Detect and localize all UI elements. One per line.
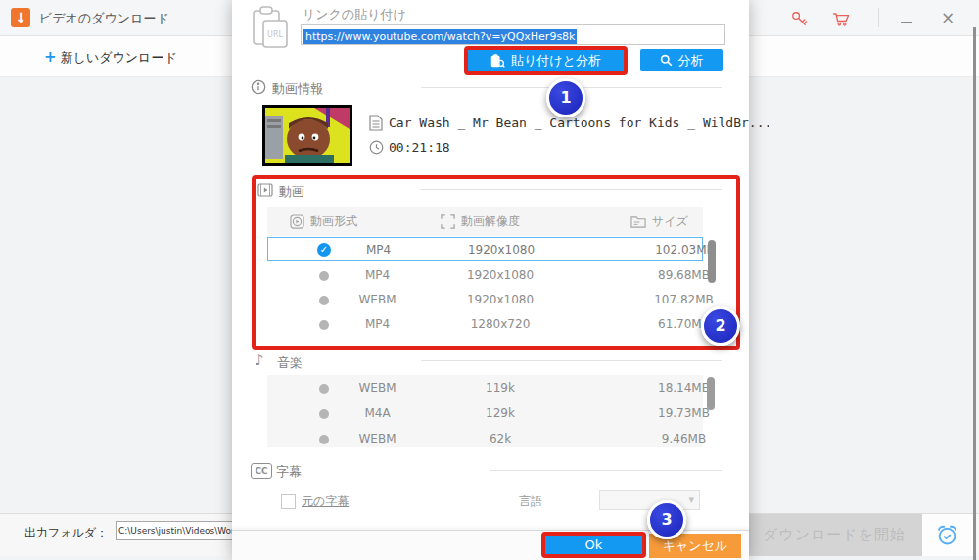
annotation-box-3: Ok <box>541 532 646 558</box>
clipboard-url-icon: URL <box>251 5 292 50</box>
plus-icon: + <box>44 48 57 66</box>
svg-text:URL: URL <box>267 30 283 39</box>
original-subtitle-checkbox[interactable] <box>281 494 296 509</box>
window-right-edge <box>973 27 976 560</box>
new-download-button[interactable]: +新しいダウンロード <box>44 48 177 67</box>
search-icon <box>660 54 673 67</box>
url-selected-text: https://www.youtube.com/watch?v=yQQxHer9… <box>303 29 577 44</box>
music-note-icon: ♪ <box>255 351 264 369</box>
radio-icon <box>319 384 329 394</box>
audio-row[interactable]: WEBM 119k 18.14MB <box>267 376 703 400</box>
original-subtitle-label: 元の字幕 <box>302 493 349 510</box>
minimize-button[interactable] <box>896 10 917 27</box>
app-title: ビデオのダウンロード <box>39 10 169 27</box>
info-icon <box>251 79 266 95</box>
paste-analyze-button[interactable]: 貼り付けと分析 <box>468 50 624 71</box>
document-icon <box>369 115 383 131</box>
chevron-down-icon: ▾ <box>688 493 694 506</box>
analyze-button[interactable]: 分析 <box>640 49 723 71</box>
audio-section-label: 音楽 <box>277 354 303 372</box>
cart-icon[interactable] <box>831 9 851 28</box>
app-window: ↓ ビデオのダウンロード × +新しいダウンロード 出力フォルダ： C:\Use… <box>0 0 979 560</box>
cc-icon: CC <box>251 463 272 479</box>
radio-icon <box>319 435 329 444</box>
duration-clock-icon <box>369 140 384 155</box>
alarm-clock-icon[interactable] <box>934 522 960 548</box>
language-label: 言語 <box>519 493 542 510</box>
schedule-area <box>922 514 973 556</box>
output-folder-input[interactable]: C:\Users\justin\Videos\Wonde <box>116 521 241 540</box>
new-download-label: 新しいダウンロード <box>61 50 177 65</box>
analyze-label: 分析 <box>678 52 704 70</box>
app-logo-icon: ↓ <box>11 8 30 27</box>
divider <box>490 470 722 471</box>
language-dropdown[interactable]: ▾ <box>599 490 700 510</box>
ok-button[interactable]: Ok <box>545 536 642 554</box>
video-title: Car Wash _ Mr Bean _ Cartoons for Kids _… <box>389 116 771 130</box>
register-key-icon[interactable] <box>789 9 809 28</box>
paste-search-icon <box>490 54 505 69</box>
video-thumbnail <box>262 105 352 166</box>
audio-row[interactable]: WEBM 62k 9.46MB <box>267 427 703 451</box>
annotation-box-2 <box>252 175 740 350</box>
link-paste-label: リンクの貼り付け <box>303 6 406 23</box>
start-download-button[interactable]: ダウンロードを開始 <box>746 514 922 556</box>
audio-row[interactable]: M4A 129k 19.73MB <box>267 401 703 426</box>
annotation-box-1: 貼り付けと分析 <box>464 46 628 75</box>
step-badge-2: 2 <box>701 306 740 346</box>
paste-analyze-label: 貼り付けと分析 <box>511 52 601 70</box>
analyze-dialog: URL リンクの貼り付け https://www.youtube.com/wat… <box>232 0 749 560</box>
subtitle-section-label: 字幕 <box>276 463 302 481</box>
titlebar-divider <box>878 8 879 27</box>
url-input[interactable]: https://www.youtube.com/watch?v=yQQxHer9… <box>301 24 725 45</box>
radio-icon <box>319 409 329 419</box>
video-duration: 00:21:18 <box>389 140 450 155</box>
video-info-label: 動画情報 <box>272 80 323 98</box>
divider <box>421 360 722 361</box>
close-button[interactable]: × <box>936 6 959 29</box>
step-badge-1: 1 <box>546 78 585 117</box>
step-badge-3: 3 <box>647 500 686 539</box>
audio-scrollbar[interactable] <box>707 377 715 410</box>
output-folder-label: 出力フォルダ： <box>24 525 108 541</box>
